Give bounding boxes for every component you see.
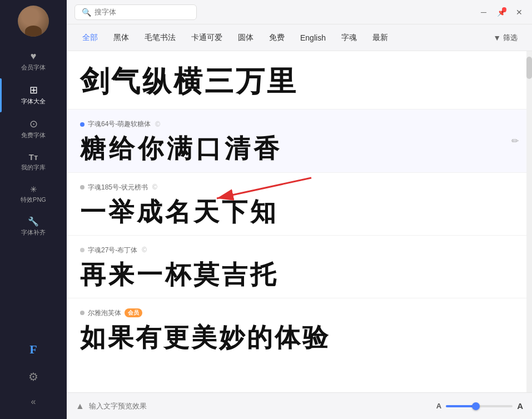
size-slider-fill bbox=[446, 405, 476, 407]
sidebar-item-patch[interactable]: 🔧 字体补齐 bbox=[0, 211, 67, 243]
tab-cartoon[interactable]: 卡通可爱 bbox=[185, 29, 229, 46]
circle-icon: ⊙ bbox=[29, 119, 38, 129]
size-large-label: A bbox=[517, 401, 523, 411]
sidebar-item-my-label: 我的字库 bbox=[21, 163, 46, 172]
grid-icon: ⊞ bbox=[29, 85, 38, 95]
font-preview-zimhun64: 糖给你满口清香 bbox=[80, 133, 519, 164]
size-slider[interactable] bbox=[446, 405, 513, 407]
font-meta-zimhun185: 字魂185号-状元榜书 © bbox=[80, 183, 519, 192]
edit-icon-zimhun64[interactable]: ✏ bbox=[511, 136, 519, 146]
font-section-zimhun64[interactable]: 字魂64号-萌趣软糖体 © 糖给你满口清香 ✏ bbox=[67, 109, 532, 172]
effect-icon: ✳ bbox=[30, 185, 37, 193]
content-area: 剑气纵横三万里 字魂64号-萌趣软糖体 © 糖给你满口清香 ✏ bbox=[67, 51, 532, 392]
sidebar: ♥ 会员字体 ⊞ 字体大全 ⊙ 免费字体 Tт 我的字库 ✳ 特效PNG 🔧 字… bbox=[0, 0, 67, 419]
tab-yuan[interactable]: 圆体 bbox=[231, 29, 260, 46]
font-dot-zimhun185 bbox=[80, 185, 84, 189]
wrench-icon: 🔧 bbox=[28, 217, 39, 226]
sidebar-item-all[interactable]: ⊞ 字体大全 bbox=[0, 78, 67, 112]
tab-hei[interactable]: 黑体 bbox=[107, 29, 136, 46]
scrollbar-thumb[interactable] bbox=[526, 57, 532, 79]
font-dot-zimhun64 bbox=[80, 122, 84, 127]
font-name-erya: 尔雅泡芙体 bbox=[88, 308, 121, 318]
copyright-zimhun185: © bbox=[152, 183, 157, 191]
font-dot-zimhun27 bbox=[80, 248, 84, 252]
tab-free[interactable]: 免费 bbox=[262, 29, 291, 46]
filter-icon: ▼ bbox=[493, 33, 501, 42]
font-meta-erya: 尔雅泡芙体 会员 bbox=[80, 308, 519, 318]
size-slider-thumb[interactable] bbox=[472, 402, 480, 410]
up-arrow-icon: ▲ bbox=[76, 401, 84, 411]
sidebar-item-my[interactable]: Tт 我的字库 bbox=[0, 146, 67, 178]
settings-icon: ⚙ bbox=[28, 370, 38, 383]
font-preview-top: 剑气纵横三万里 bbox=[80, 64, 519, 99]
filter-button[interactable]: ▼ 筛选 bbox=[488, 30, 523, 46]
font-section-zimhun27[interactable]: 字魂27号-布丁体 © 再来一杯莫吉托 bbox=[67, 236, 532, 298]
font-section-top: 剑气纵横三万里 bbox=[67, 51, 532, 109]
search-input[interactable] bbox=[95, 8, 183, 16]
font-name-zimhun27: 字魂27号-布丁体 bbox=[88, 246, 137, 255]
sidebar-menu: ♥ 会员字体 ⊞ 字体大全 ⊙ 免费字体 Tт 我的字库 ✳ 特效PNG 🔧 字… bbox=[0, 44, 67, 243]
sidebar-item-free[interactable]: ⊙ 免费字体 bbox=[0, 112, 67, 146]
size-control: A A bbox=[436, 401, 523, 411]
scrollbar-track[interactable] bbox=[526, 51, 532, 392]
copyright-zimhun64: © bbox=[155, 121, 160, 128]
search-box[interactable]: 🔍 bbox=[74, 4, 197, 20]
minimize-icon: ─ bbox=[481, 8, 486, 17]
logo-btn[interactable]: F bbox=[0, 336, 67, 363]
sidebar-item-effect[interactable]: ✳ 特效PNG bbox=[0, 178, 67, 211]
search-icon: 🔍 bbox=[82, 8, 91, 17]
avatar[interactable] bbox=[18, 6, 49, 37]
heart-icon: ♥ bbox=[31, 51, 37, 61]
main-area: 🔍 ─ 📌 ✕ 全部 黑体 毛笔书法 卡通可爱 圆体 免费 English 字魂… bbox=[67, 0, 532, 419]
font-name-zimhun185: 字魂185号-状元榜书 bbox=[88, 183, 148, 192]
font-preview-zimhun27: 再来一杯莫吉托 bbox=[80, 260, 519, 290]
tab-latest[interactable]: 最新 bbox=[366, 29, 395, 46]
sidebar-item-all-label: 字体大全 bbox=[21, 97, 46, 106]
pin-button[interactable]: 📌 bbox=[496, 7, 506, 17]
sidebar-item-effect-label: 特效PNG bbox=[21, 196, 46, 204]
settings-btn[interactable]: ⚙ bbox=[0, 363, 67, 390]
font-meta-zimhun27: 字魂27号-布丁体 © bbox=[80, 246, 519, 255]
size-small-label: A bbox=[436, 402, 441, 410]
titlebar-controls: ─ 📌 ✕ bbox=[479, 7, 524, 17]
sidebar-item-vip[interactable]: ♥ 会员字体 bbox=[0, 44, 67, 78]
close-button[interactable]: ✕ bbox=[514, 7, 524, 17]
font-dot-erya bbox=[80, 311, 84, 315]
close-icon: ✕ bbox=[516, 8, 523, 17]
sidebar-item-patch-label: 字体补齐 bbox=[21, 228, 46, 237]
font-meta-zimhun64: 字魂64号-萌趣软糖体 © bbox=[80, 119, 519, 129]
font-preview-erya: 如果有更美妙的体验 bbox=[80, 322, 519, 353]
font-name-zimhun64: 字魂64号-萌趣软糖体 bbox=[88, 119, 151, 129]
vip-badge-erya: 会员 bbox=[125, 308, 142, 317]
filter-label: 筛选 bbox=[503, 33, 518, 43]
collapse-btn[interactable]: « bbox=[0, 390, 67, 413]
sidebar-bottom: F ⚙ « bbox=[0, 336, 67, 419]
minimize-button[interactable]: ─ bbox=[479, 7, 489, 17]
type-icon: Tт bbox=[29, 153, 38, 161]
tab-zimhun[interactable]: 字魂 bbox=[335, 29, 364, 46]
nav-tabs: 全部 黑体 毛笔书法 卡通可爱 圆体 免费 English 字魂 最新 ▼ 筛选 bbox=[67, 24, 532, 51]
logo-icon: F bbox=[29, 342, 37, 357]
sidebar-item-free-label: 免费字体 bbox=[21, 131, 46, 139]
copyright-zimhun27: © bbox=[142, 246, 147, 254]
notification-dot bbox=[502, 7, 506, 12]
collapse-icon: « bbox=[31, 397, 36, 407]
tab-maobi[interactable]: 毛笔书法 bbox=[138, 29, 182, 46]
bottom-bar: ▲ A A bbox=[67, 392, 532, 419]
font-preview-zimhun185: 一举成名天下知 bbox=[80, 197, 519, 227]
font-section-erya[interactable]: 尔雅泡芙体 会员 如果有更美妙的体验 bbox=[67, 298, 532, 361]
font-section-zimhun185[interactable]: 字魂185号-状元榜书 © 一举成名天下知 bbox=[67, 173, 532, 236]
sidebar-item-vip-label: 会员字体 bbox=[21, 63, 46, 72]
tab-all[interactable]: 全部 bbox=[76, 29, 105, 46]
preview-text-input[interactable] bbox=[89, 402, 436, 410]
titlebar: 🔍 ─ 📌 ✕ bbox=[67, 0, 532, 24]
tab-english[interactable]: English bbox=[294, 30, 332, 46]
